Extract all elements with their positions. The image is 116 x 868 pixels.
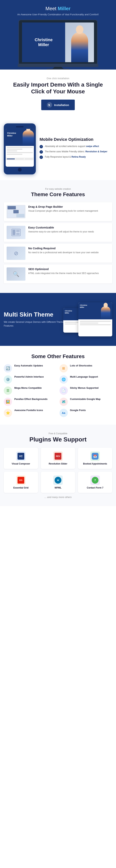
mockup-block-2 — [16, 206, 25, 209]
mobile-point-1: ✓ Absolutely all scrolled selections sup… — [40, 145, 112, 148]
feature-card-text-seo: SEO Optimized HTML code integrated into … — [28, 268, 99, 275]
laptop-right-panel — [65, 23, 94, 62]
skin-line-5 — [80, 324, 111, 325]
feat-text-stickymenus: Sticky Menus Supported — [70, 386, 99, 390]
feat-title-multilang: Multi Language Support — [70, 375, 98, 378]
nav-dot-active — [7, 159, 15, 159]
plugin-name-booked: Booked Appointments — [83, 462, 107, 465]
plugin-icon-rev: REV — [53, 452, 63, 461]
mobile-section-title: Mobile Device Optimization — [40, 137, 112, 142]
feature-card-desc-customize: Awesome easy-to-use options will adjust … — [28, 230, 94, 234]
mobile-point-2: ✓ The theme uses Mobile Friendly sliders… — [40, 150, 112, 154]
laptop-screen-content: ChristineMiller — [22, 23, 94, 62]
feat-icon-parallax: 🖼️ — [4, 398, 12, 406]
multiskin-desc: We create Several Unique Demos with Diff… — [4, 320, 67, 328]
laptop-mockup: ChristineMiller — [18, 20, 98, 69]
other-features-section: Some Other Features 🔄 Easy Automatic Upd… — [0, 346, 116, 425]
nav-dot-3 — [25, 159, 33, 159]
hero-title: Meet Miller — [4, 6, 112, 11]
feature-card-title-customize: Easy Customizable — [28, 226, 94, 229]
mobile-person-image — [23, 130, 34, 146]
core-title: Theme Core Features — [4, 191, 112, 197]
plugin-name-eg: Essential Grid — [13, 487, 29, 489]
feature-card-title-dragdrop: Drag & Drop Page Builder — [28, 205, 98, 208]
skin-person-head-main — [104, 303, 108, 308]
plugin-card-eg: EG Essential Grid — [4, 472, 38, 493]
feature-card-title-seo: SEO Optimized — [28, 268, 99, 271]
mobile-info-area — [6, 146, 34, 157]
feat-item-multilang: 🌐 Multi Language Support — [60, 375, 112, 384]
no-code-icon: ⊘ — [14, 250, 18, 256]
nav-dot-2 — [15, 159, 24, 159]
laptop-left-panel: ChristineMiller — [22, 23, 65, 62]
feat-item-googlefonts: Aa Google Fonts — [60, 409, 112, 417]
plugin-card-wpml: W WPML — [41, 472, 75, 493]
mobile-screen: ChristineMiller — [6, 129, 34, 167]
feat-item-easy-updates: 🔄 Easy Automatic Updates — [4, 364, 57, 372]
mockup-block-3 — [7, 210, 13, 213]
cursor-icon — [48, 103, 51, 106]
plugin-icon-vc: VC — [16, 452, 26, 461]
hero-meet-text: Meet — [46, 6, 58, 11]
mockup-block-5 — [19, 210, 25, 213]
feature-card-img-nocoding: ⊘ — [7, 247, 26, 260]
point-text-3: Fully Responsive layout & Retina Ready — [45, 156, 86, 158]
feat-title-megamenu: Mega Menu Compatible — [14, 386, 42, 389]
feat-item-fontello: ⭐ Awesome Fontello Icons — [4, 409, 57, 417]
install-button-icon — [47, 102, 52, 107]
import-title: Easily Import Demo With a Single Click o… — [6, 81, 110, 95]
cf7-logo: 7 — [92, 477, 99, 484]
plugin-name-rev: Revolution Slider — [49, 462, 68, 465]
feat-icon-easy-updates: 🔄 — [4, 364, 12, 372]
feature-card-nocoding: ⊘ No Coding Required No need to be a pro… — [4, 244, 112, 263]
multiskin-section: Multi Skin Theme We create Several Uniqu… — [0, 293, 116, 346]
feature-card-text-customize: Easy Customizable Awesome easy-to-use op… — [28, 226, 94, 234]
feat-icon-stickymenus: 📄 — [60, 386, 68, 395]
feat-icon-shortcodes: ⊞ — [60, 364, 68, 372]
feature-card-img-dragdrop — [7, 205, 26, 218]
laptop-person-name: ChristineMiller — [25, 37, 62, 48]
mockup-block-7 — [16, 214, 25, 217]
feat-item-parallax: 🖼️ Parallax Effect Backgrounds — [4, 398, 57, 406]
install-button-label: Installation — [54, 103, 69, 106]
svg-rect-2 — [12, 230, 15, 235]
feat-text-googlemap: Customizable Google Map — [70, 398, 101, 401]
skin-card-bottom-main — [78, 319, 112, 328]
mobile-bottom-bar — [6, 157, 34, 160]
point-icon-2: ✓ — [40, 150, 43, 154]
feat-text-fontello: Awesome Fontello Icons — [14, 409, 43, 412]
feat-icon-googlefonts: Aa — [60, 409, 68, 417]
import-small-label: One click installation — [6, 77, 110, 80]
wpml-logo: W — [54, 477, 62, 484]
feat-icon-multilang: 🌐 — [60, 375, 68, 384]
skin-line-4 — [80, 322, 98, 323]
point-icon-1: ✓ — [40, 145, 43, 148]
info-line-1 — [7, 147, 33, 148]
multiskin-title: Multi Skin Theme — [4, 311, 67, 318]
feat-title-fontello: Awesome Fontello Icons — [14, 409, 43, 412]
laptop-base — [18, 64, 98, 67]
info-line-2 — [7, 149, 23, 150]
feature-card-title-nocoding: No Coding Required — [28, 247, 99, 250]
feature-card-desc-dragdrop: Visual Composer plugin offers amazing to… — [28, 209, 98, 213]
info-line-5 — [7, 154, 23, 155]
feat-item-admin: ⚙️ Powerful Admin Interface — [4, 375, 57, 384]
other-features-title: Some Other Features — [4, 353, 112, 360]
mobile-home-button — [18, 168, 22, 172]
feat-title-easy-updates: Easy Automatic Updates — [14, 364, 43, 367]
plugin-icon-wpml: W — [53, 475, 63, 485]
info-line-4 — [7, 152, 33, 153]
laptop-stand — [52, 67, 64, 69]
info-line-3 — [7, 150, 17, 151]
feat-text-shortcodes: Lots of Shortcodes — [70, 364, 92, 367]
install-button[interactable]: Installation — [41, 100, 75, 110]
mockup-row-3 — [7, 214, 25, 217]
person-silhouette — [71, 32, 88, 62]
laptop-person-image — [65, 23, 94, 62]
skin-person-name-small: ChristineMiller — [65, 310, 72, 314]
import-section: One click installation Easily Import Dem… — [0, 69, 116, 118]
plugin-icon-eg: EG — [16, 475, 26, 485]
plugins-title: Plugins We Support — [4, 436, 112, 443]
plugin-card-booked: 📅 Booked Appointments — [78, 448, 112, 469]
mockup-block-4 — [13, 210, 18, 213]
